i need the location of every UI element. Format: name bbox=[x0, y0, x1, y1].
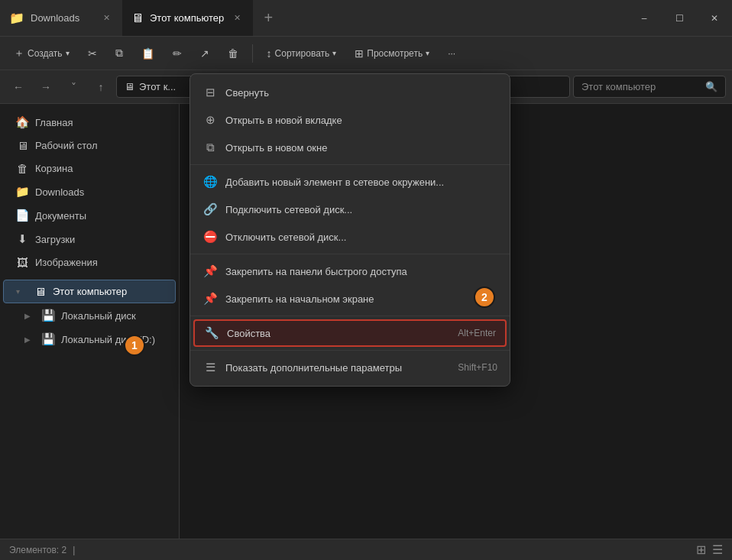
new-tab-button[interactable]: + bbox=[253, 0, 283, 36]
menu-item-properties[interactable]: 🔧 Свойства Alt+Enter bbox=[193, 319, 507, 347]
create-chevron: ▾ bbox=[66, 49, 70, 57]
sidebar-item-downloads2[interactable]: ⬇ Загрузки bbox=[3, 228, 176, 251]
paste-icon: 📋 bbox=[141, 47, 154, 60]
menu-item-more-params[interactable]: ☰ Показать дополнительные параметры Shif… bbox=[190, 354, 510, 381]
drive-d-icon: 💾 bbox=[41, 332, 55, 346]
sidebar-desktop-label: Рабочий стол bbox=[35, 140, 98, 151]
more-button[interactable]: ··· bbox=[440, 44, 463, 63]
rename-button[interactable]: ✏ bbox=[165, 44, 189, 63]
sidebar-item-desktop[interactable]: 🖥 Рабочий стол bbox=[3, 134, 176, 157]
menu-item-disconnect-net[interactable]: ⛔ Отключить сетевой диск... bbox=[190, 223, 510, 251]
path-pc-icon: 🖥 bbox=[125, 81, 134, 92]
status-bar: Элементов: 2 | ⊞ ☰ bbox=[0, 539, 732, 560]
delete-button[interactable]: 🗑 bbox=[220, 44, 246, 63]
menu-properties-shortcut: Alt+Enter bbox=[458, 328, 496, 338]
share-button[interactable]: ↗ bbox=[193, 44, 217, 63]
this-pc-icon: 🖥 bbox=[33, 285, 47, 298]
close-button[interactable]: ✕ bbox=[697, 0, 732, 37]
back-button[interactable]: ← bbox=[6, 75, 31, 99]
badge-1: 1 bbox=[124, 335, 145, 356]
badge-2: 2 bbox=[474, 286, 495, 308]
sort-label: Сортировать bbox=[275, 48, 330, 59]
pc-icon: 🖥 bbox=[131, 11, 144, 25]
menu-item-pin-start[interactable]: 📌 Закрепить на начальном экране bbox=[190, 285, 510, 312]
forward-button[interactable]: → bbox=[34, 75, 58, 99]
title-bar: 📁 Downloads ✕ 🖥 Этот компьютер ✕ + – ☐ ✕ bbox=[0, 0, 732, 37]
sidebar-item-this-pc[interactable]: ▾ 🖥 Этот компьютер bbox=[3, 280, 176, 303]
sidebar-recycle-label: Корзина bbox=[35, 163, 73, 174]
add-network-icon: 🌐 bbox=[202, 175, 218, 189]
menu-disconnect-net-label: Отключить сетевой диск... bbox=[225, 231, 346, 243]
menu-collapse-label: Свернуть bbox=[225, 87, 269, 99]
sidebar-item-home[interactable]: 🏠 Главная bbox=[3, 111, 176, 134]
view-label: Просмотреть bbox=[367, 48, 423, 59]
sidebar-local-c-label: Локальный диск bbox=[61, 310, 136, 322]
sidebar-item-local-c[interactable]: ▶ 💾 Локальный диск bbox=[3, 304, 176, 327]
disconnect-net-icon: ⛔ bbox=[202, 230, 218, 244]
sidebar-item-recycle[interactable]: 🗑 Корзина bbox=[3, 157, 176, 180]
create-button[interactable]: ＋ Создать ▾ bbox=[6, 43, 77, 64]
recent-button[interactable]: ˅ bbox=[61, 75, 86, 99]
tab-this-pc[interactable]: 🖥 Этот компьютер ✕ bbox=[122, 0, 253, 36]
sort-button[interactable]: ↕ Сортировать ▾ bbox=[259, 44, 345, 63]
tab-downloads-label: Downloads bbox=[31, 12, 79, 24]
cut-button[interactable]: ✂ bbox=[80, 44, 105, 63]
maximize-button[interactable]: ☐ bbox=[662, 0, 697, 37]
menu-item-pin-quick[interactable]: 📌 Закрепить на панели быстрого доступа bbox=[190, 257, 510, 285]
menu-sep-3 bbox=[190, 316, 510, 316]
desktop-icon: 🖥 bbox=[15, 139, 29, 152]
tab-close-downloads[interactable]: ✕ bbox=[99, 11, 113, 25]
paste-button[interactable]: 📋 bbox=[134, 44, 162, 63]
menu-item-connect-net[interactable]: 🔗 Подключить сетевой диск... bbox=[190, 196, 510, 223]
minimize-button[interactable]: – bbox=[627, 0, 662, 37]
menu-sep-2 bbox=[190, 254, 510, 254]
tab-close-this-pc[interactable]: ✕ bbox=[230, 11, 244, 25]
pin-quick-icon: 📌 bbox=[202, 264, 218, 278]
sidebar-item-local-d[interactable]: ▶ 💾 Локальный диск (D:) bbox=[3, 328, 176, 351]
status-count: Элементов: 2 bbox=[9, 545, 66, 555]
search-box[interactable]: Этот компьютер 🔍 bbox=[573, 76, 726, 98]
menu-item-open-tab[interactable]: ⊕ Открыть в новой вкладке bbox=[190, 106, 510, 134]
sidebar-this-pc-label: Этот компьютер bbox=[53, 286, 127, 297]
delete-icon: 🗑 bbox=[228, 47, 238, 60]
view-button[interactable]: ⊞ Просмотреть ▾ bbox=[347, 44, 437, 63]
view-grid-icon[interactable]: ⊞ bbox=[696, 542, 706, 557]
home-icon: 🏠 bbox=[15, 115, 29, 129]
cut-icon: ✂ bbox=[88, 47, 97, 60]
menu-more-params-label: Показать дополнительные параметры bbox=[225, 362, 402, 374]
plus-icon: ＋ bbox=[14, 47, 24, 60]
view-icon: ⊞ bbox=[355, 47, 364, 60]
menu-properties-label: Свойства bbox=[227, 328, 270, 339]
downloads-folder-icon: 📁 bbox=[15, 185, 29, 199]
menu-pin-quick-label: Закрепить на панели быстрого доступа bbox=[225, 266, 407, 277]
menu-item-collapse[interactable]: ⊟ Свернуть bbox=[190, 79, 510, 106]
menu-item-add-network[interactable]: 🌐 Добавить новый элемент в сетевое окруж… bbox=[190, 168, 510, 196]
sidebar-item-documents[interactable]: 📄 Документы bbox=[3, 204, 176, 227]
sort-icon: ↕ bbox=[267, 47, 272, 60]
menu-sep-4 bbox=[190, 350, 510, 351]
search-icon: 🔍 bbox=[705, 81, 717, 92]
documents-icon: 📄 bbox=[15, 209, 29, 222]
menu-item-open-window[interactable]: ⧉ Открыть в новом окне bbox=[190, 134, 510, 161]
sidebar-item-pictures[interactable]: 🖼 Изображения bbox=[3, 251, 176, 274]
menu-connect-net-label: Подключить сетевой диск... bbox=[225, 204, 352, 215]
open-tab-icon: ⊕ bbox=[202, 113, 218, 127]
sidebar-item-downloads-folder[interactable]: 📁 Downloads bbox=[3, 180, 176, 203]
menu-open-tab-label: Открыть в новой вкладке bbox=[225, 115, 342, 126]
toolbar-separator bbox=[252, 44, 253, 63]
view-chevron: ▾ bbox=[426, 49, 429, 57]
downloads-icon: ⬇ bbox=[15, 232, 29, 246]
up-button[interactable]: ↑ bbox=[89, 75, 113, 99]
more-label: ··· bbox=[448, 48, 455, 59]
status-right: ⊞ ☰ bbox=[696, 542, 723, 557]
view-list-icon[interactable]: ☰ bbox=[712, 542, 723, 557]
tab-downloads[interactable]: 📁 Downloads ✕ bbox=[0, 0, 122, 36]
search-placeholder: Этот компьютер bbox=[581, 81, 656, 92]
collapse-icon: ⊟ bbox=[202, 86, 218, 99]
sidebar-pictures-label: Изображения bbox=[35, 257, 98, 268]
menu-pin-start-label: Закрепить на начальном экране bbox=[225, 293, 374, 305]
copy-icon: ⧉ bbox=[115, 47, 123, 60]
copy-button[interactable]: ⧉ bbox=[108, 43, 131, 63]
share-icon: ↗ bbox=[200, 47, 209, 60]
folder-icon: 📁 bbox=[9, 11, 24, 25]
